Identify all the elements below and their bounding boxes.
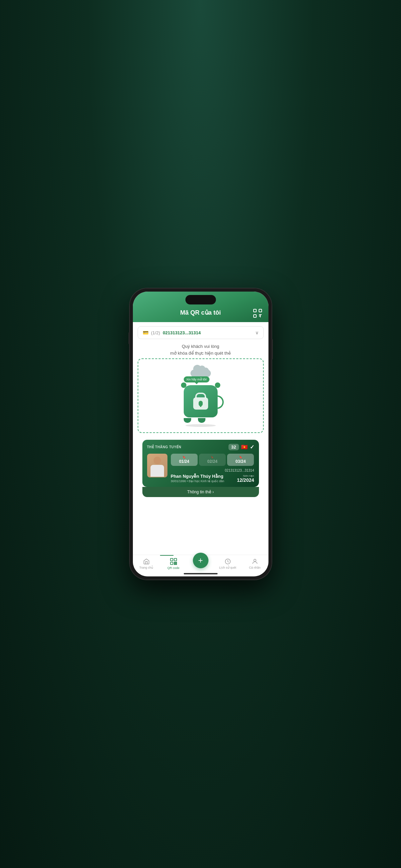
app-content: 💳 (1/2) 021313123...31314 ∨ Quý khách vu… — [133, 322, 268, 555]
mascot-ear-right — [215, 382, 220, 388]
user-photo — [147, 454, 167, 477]
fab-add-button[interactable]: + — [193, 553, 208, 568]
card-label: (1/2) — [151, 330, 160, 335]
phone-frame: Mã QR của tôi 💳 (1/2) 021 — [129, 288, 272, 580]
svg-rect-12 — [176, 564, 177, 565]
card-type-label: THẺ THĂNG TUYẾN — [147, 445, 181, 449]
lock-keyhole — [199, 401, 203, 406]
month-badge-3-label: 03/24 — [236, 459, 246, 464]
month-badge-3: 🔖 03/24 — [227, 454, 254, 466]
card-main-row: 🔖 01/24 🔖 02/24 🔖 03/24 — [147, 454, 254, 483]
user-school: Đại học Kinh tế quốc dân — [189, 479, 224, 483]
card-info-link[interactable]: Thông tin thẻ › — [142, 487, 259, 497]
nav-item-home[interactable]: Trang chủ — [133, 558, 160, 569]
person-head — [154, 457, 161, 464]
month-badge-2-label: 02/24 — [207, 459, 217, 464]
svg-rect-6 — [170, 558, 173, 561]
mascot-foot-left — [184, 418, 191, 423]
mascot-speech-bubble: Xin hãy mở tôi! — [184, 376, 210, 382]
svg-rect-2 — [254, 315, 256, 317]
card-selector[interactable]: 💳 (1/2) 021313123...31314 ∨ — [138, 326, 264, 339]
scan-icon[interactable] — [253, 309, 262, 318]
flag-icon: 🇻🇳 — [241, 444, 248, 450]
card-number: 021313123...31314 — [163, 330, 201, 335]
nav-active-bar — [160, 555, 174, 556]
spacer — [133, 497, 268, 555]
card-header-right: 32 🇻🇳 ✓ — [228, 444, 254, 450]
phone-screen: Mã QR của tôi 💳 (1/2) 021 — [133, 292, 268, 576]
mascot-foot-right — [198, 418, 205, 423]
history-icon — [224, 558, 231, 565]
member-card-wrapper: THẺ THĂNG TUYẾN 32 🇻🇳 ✓ — [138, 436, 264, 497]
message-line2: mở khóa để thực hiện quét thẻ — [170, 351, 231, 356]
card-chip-icon: 💳 — [143, 330, 148, 335]
user-name: Phan Nguyễn Thúy Hằng — [171, 474, 237, 479]
month-badges: 🔖 01/24 🔖 02/24 🔖 03/24 — [171, 454, 254, 466]
svg-point-14 — [254, 559, 256, 561]
nav-item-qr[interactable]: QR code — [160, 558, 187, 570]
svg-rect-9 — [174, 562, 175, 563]
card-info-text: Thông tin thẻ — [187, 490, 211, 494]
unlock-message: Quý khách vui lòng mở khóa để thực hiện … — [133, 339, 268, 358]
profile-icon — [252, 558, 258, 565]
nav-item-fab[interactable]: + — [187, 559, 214, 568]
card-header-row: THẺ THĂNG TUYẾN 32 🇻🇳 ✓ — [147, 444, 254, 450]
card-right-content: 🔖 01/24 🔖 02/24 🔖 03/24 — [171, 454, 254, 483]
user-details: 30/01/1996 • Đại học Kinh tế quốc dân — [171, 479, 237, 483]
mascot-body-container: Xin hãy mở tôi! — [184, 384, 218, 427]
svg-rect-10 — [176, 562, 177, 563]
user-dob: 30/01/1996 — [171, 479, 186, 483]
svg-rect-0 — [254, 309, 256, 312]
svg-rect-1 — [259, 309, 262, 312]
card-account-number: 021313123...31314 — [171, 469, 254, 472]
nav-item-history[interactable]: Lịch sử quét — [214, 558, 241, 569]
month-badge-2-icon: 🔖 — [202, 456, 223, 459]
svg-rect-11 — [174, 564, 175, 565]
month-badge-3-icon: 🔖 — [230, 456, 251, 459]
arrow-right-icon: › — [213, 490, 214, 494]
nav-label-home: Trang chủ — [139, 566, 153, 569]
card-user-info: Phan Nguyễn Thúy Hằng 30/01/1996 • Đại h… — [171, 474, 254, 483]
home-icon — [143, 558, 150, 565]
card-selector-left: 💳 (1/2) 021313123...31314 — [143, 330, 201, 335]
home-indicator — [184, 573, 218, 574]
mascot-feet — [184, 418, 218, 423]
message-line1: Quý khách vui lòng — [182, 344, 219, 349]
cloud-puff3 — [203, 368, 209, 374]
svg-rect-7 — [174, 558, 176, 561]
expiry-value: 12/2024 — [237, 477, 254, 483]
month-badge-1-label: 01/24 — [179, 459, 189, 464]
card-expiry: Niên hạn 12/2024 — [237, 474, 254, 483]
lock-body — [193, 397, 208, 410]
fab-plus-icon: + — [198, 556, 203, 565]
nav-label-qr: QR code — [167, 566, 180, 570]
mascot-lock-icon — [193, 393, 208, 410]
mascot-tail — [217, 395, 224, 409]
month-badge-1: 🔖 01/24 — [171, 454, 198, 466]
user-silhouette — [149, 455, 166, 477]
verified-check-icon: ✓ — [250, 444, 254, 450]
expiry-label: Niên hạn — [237, 474, 254, 477]
mascot-body — [184, 385, 218, 417]
qr-code-icon — [170, 558, 177, 565]
member-card: THẺ THĂNG TUYẾN 32 🇻🇳 ✓ — [142, 440, 259, 487]
month-badge-1-icon: 🔖 — [174, 456, 195, 459]
dynamic-island — [185, 295, 216, 304]
points-badge: 32 — [228, 444, 239, 450]
mascot-shadow — [185, 424, 216, 427]
lock-keyhole-bottom — [200, 405, 201, 407]
chevron-down-icon: ∨ — [255, 330, 259, 335]
mascot: 💧💧 Xin hãy mở tôi! — [184, 361, 218, 430]
mascot-ear-left — [181, 382, 186, 388]
qr-zone: 💧💧 Xin hãy mở tôi! — [138, 358, 264, 433]
month-badge-2: 🔖 02/24 — [199, 454, 226, 466]
svg-rect-8 — [170, 562, 173, 565]
card-left-info: Phan Nguyễn Thúy Hằng 30/01/1996 • Đại h… — [171, 474, 237, 483]
bottom-nav: Trang chủ QR code + — [133, 555, 268, 576]
nav-label-profile: Cá nhân — [249, 566, 260, 569]
page-title: Mã QR của tôi — [180, 309, 221, 316]
nav-label-history: Lịch sử quét — [219, 566, 236, 569]
nav-item-profile[interactable]: Cá nhân — [241, 558, 268, 569]
person-body — [151, 465, 164, 477]
